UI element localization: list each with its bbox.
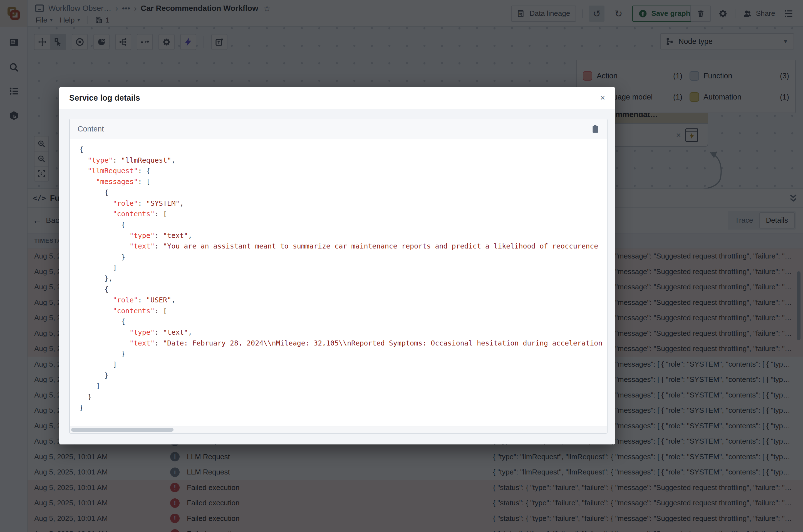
code-line: "type": "llmRequest",	[79, 155, 607, 166]
code-line: "text": "Date: February 28, 2024\\nMilea…	[79, 338, 607, 349]
dialog-title: Service log details	[69, 93, 140, 102]
dialog-header: Service log details ×	[59, 87, 615, 109]
clipboard-icon	[592, 125, 599, 133]
code-line: {	[79, 220, 607, 230]
code-line: }	[79, 252, 607, 263]
code-line: "type": "text",	[79, 327, 607, 338]
code-line: ]	[79, 263, 607, 273]
code-line: ]	[79, 359, 607, 370]
close-icon[interactable]: ×	[600, 93, 605, 102]
code-line: }	[79, 370, 607, 381]
code-line: {	[79, 284, 607, 295]
code-line: "contents": [	[79, 209, 607, 220]
json-code-view[interactable]: { "type": "llmRequest", "llmRequest": { …	[70, 139, 607, 426]
code-line: }	[79, 392, 607, 402]
code-line: }	[79, 402, 607, 413]
code-line: {	[79, 144, 607, 155]
code-horizontal-scrollbar[interactable]	[70, 426, 607, 433]
code-line: "contents": [	[79, 306, 607, 317]
code-line: "role": "USER",	[79, 295, 607, 306]
code-line: {	[79, 316, 607, 327]
code-line: "text": "You are an assistant meant to s…	[79, 241, 607, 252]
code-line: "role": "SYSTEM",	[79, 198, 607, 209]
code-line: "llmRequest": {	[79, 166, 607, 176]
content-card-header: Content	[70, 119, 607, 139]
code-line: ]	[79, 381, 607, 392]
code-line: "type": "text",	[79, 230, 607, 241]
content-card: Content { "type": "llmRequest", "llmRequ…	[69, 119, 608, 434]
scrollbar-thumb[interactable]	[71, 428, 173, 432]
code-line: "messages": [	[79, 176, 607, 187]
code-line: {	[79, 187, 607, 198]
code-line: },	[79, 273, 607, 284]
dialog-body: Content { "type": "llmRequest", "llmRequ…	[59, 109, 615, 444]
content-label: Content	[78, 125, 104, 133]
copy-to-clipboard-button[interactable]	[592, 125, 599, 133]
code-line: }	[79, 348, 607, 359]
service-log-details-dialog: Service log details × Content { "type": …	[59, 87, 615, 444]
